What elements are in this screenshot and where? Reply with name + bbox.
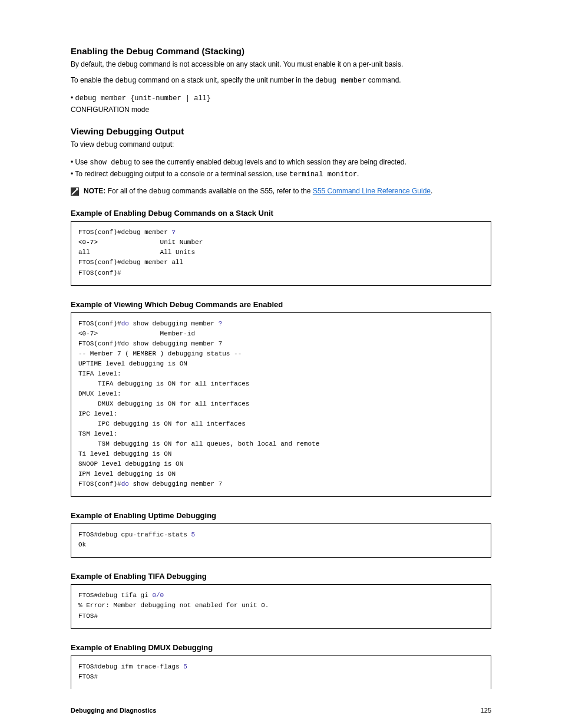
code-line: Ti level debugging is ON	[78, 450, 171, 457]
note-label: NOTE:	[84, 187, 105, 195]
code-line: FTOS(conf)#	[78, 320, 121, 327]
code-line: FTOS#debug tifa gi	[78, 592, 152, 599]
user-input: 5	[183, 663, 187, 670]
user-input: ?	[219, 320, 223, 327]
code-line: show debugging member	[129, 320, 219, 327]
section-heading-output: Viewing Debugging Output	[71, 126, 491, 136]
text: To view	[71, 140, 96, 149]
text: .	[431, 187, 432, 195]
code-line: TSM level:	[78, 430, 117, 437]
inline-code: debug	[149, 187, 170, 196]
code-line: -- Member 7 ( MEMBER ) debugging status …	[78, 350, 242, 357]
code-line: DMUX level:	[78, 390, 121, 397]
example-box-3: FTOS#debug cpu-traffic-stats 5 Ok	[71, 523, 491, 558]
text: To enable the	[71, 76, 115, 84]
note-text: NOTE: For all of the debug commands avai…	[84, 186, 432, 197]
command-mode: CONFIGURATION mode	[71, 106, 149, 114]
command-syntax: debug member {unit-number | all}	[75, 94, 211, 103]
code-line: FTOS(conf)#do show debugging member 7	[78, 340, 222, 347]
page-footer: Debugging and Diagnostics 125	[71, 707, 491, 714]
inline-code: show debug	[90, 159, 132, 167]
note-block: NOTE: For all of the debug commands avai…	[71, 186, 491, 197]
code-line: FTOS(conf)#debug member	[78, 229, 171, 236]
code-line: IPM level debugging is ON	[78, 470, 176, 477]
code-line: TSM debugging is ON for all queues, both…	[78, 440, 319, 447]
inline-code: terminal monitor	[289, 170, 357, 179]
enable-command-list: debug member {unit-number | all} CONFIGU…	[71, 93, 491, 116]
example-title-5: Example of Enabling DMUX Debugging	[71, 643, 491, 652]
text: to see the currently enabled debug level…	[132, 158, 406, 166]
code-line: FTOS(conf)#	[78, 480, 121, 487]
example-title-3: Example of Enabling Uptime Debugging	[71, 511, 491, 520]
code-line: FTOS#debug ifm trace-flags	[78, 663, 183, 670]
user-input: 5	[191, 531, 195, 538]
reference-guide-link[interactable]: S55 Command Line Reference Guide	[313, 187, 431, 195]
code-line: UPTIME level debugging is ON	[78, 360, 187, 367]
code-line: IPC debugging is ON for all interfaces	[78, 420, 246, 427]
user-input: do	[121, 320, 129, 327]
code-line: % Error: Member debugging not enabled fo…	[78, 602, 269, 609]
footer-page-number: 125	[481, 707, 491, 714]
code-line: SNOOP level debugging is ON	[78, 460, 183, 467]
section-heading-enable: Enabling the Debug Command (Stacking)	[71, 46, 491, 56]
text: command on a stack unit, specify the uni…	[136, 76, 315, 84]
inline-code: debug	[115, 77, 136, 85]
text: Use	[75, 158, 90, 166]
example-box-4: FTOS#debug tifa gi 0/0 % Error: Member d…	[71, 584, 491, 628]
example-title-1: Example of Enabling Debug Commands on a …	[71, 209, 491, 218]
text: command.	[366, 76, 401, 84]
text: .	[357, 170, 359, 178]
text: For all of the	[105, 187, 148, 195]
user-input: do	[121, 480, 129, 487]
code-line: TIFA debugging is ON for all interfaces	[78, 380, 249, 387]
code-line: FTOS(conf)#debug member all	[78, 259, 183, 266]
inline-code: debug	[96, 141, 117, 149]
output-list: Use show debug to see the currently enab…	[71, 157, 491, 180]
enable-paragraph-2: To enable the debug command on a stack u…	[71, 75, 491, 86]
output-paragraph: To view debug command output:	[71, 140, 491, 150]
code-line: <0-7> Member-id	[78, 330, 195, 337]
code-line: FTOS#	[78, 673, 98, 680]
code-line: all All Units	[78, 249, 195, 256]
code-line: FTOS#	[78, 612, 98, 620]
note-icon	[71, 187, 79, 196]
example-box-2: FTOS(conf)#do show debugging member ? <0…	[71, 312, 491, 498]
code-line: DMUX debugging is ON for all interfaces	[78, 400, 249, 407]
inline-code: debug member	[315, 77, 366, 85]
text: command output:	[117, 140, 174, 149]
code-line: FTOS#debug cpu-traffic-stats	[78, 531, 191, 538]
code-line: TIFA level:	[78, 370, 121, 377]
enable-paragraph-1: By default, the debug command is not acc…	[71, 60, 491, 70]
example-box-5: FTOS#debug ifm trace-flags 5 FTOS#	[71, 655, 491, 689]
code-line: show debugging member 7	[129, 480, 222, 487]
code-line: Ok	[78, 541, 86, 548]
footer-title: Debugging and Diagnostics	[71, 707, 156, 714]
example-box-1: FTOS(conf)#debug member ? <0-7> Unit Num…	[71, 221, 491, 285]
user-input: 0/0	[152, 592, 164, 599]
code-line: FTOS(conf)#	[78, 269, 121, 276]
text: commands available on the S55, refer to …	[170, 187, 313, 195]
example-title-4: Example of Enabling TIFA Debugging	[71, 572, 491, 581]
code-line: <0-7> Unit Number	[78, 239, 203, 246]
example-title-2: Example of Viewing Which Debug Commands …	[71, 300, 491, 309]
text: To redirect debugging output to a consol…	[75, 170, 289, 178]
user-input: ?	[171, 229, 176, 236]
code-line: IPC level:	[78, 410, 117, 417]
